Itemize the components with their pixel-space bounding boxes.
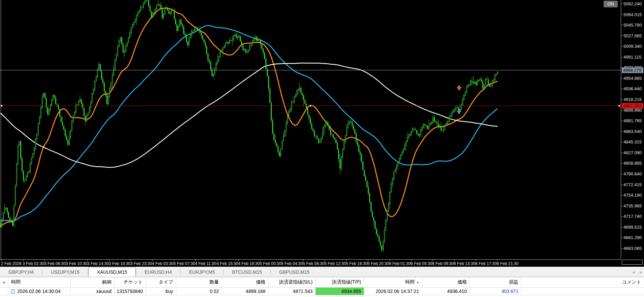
time-tick [260, 260, 260, 261]
chart-area[interactable]: ON [0, 0, 621, 259]
column-header-4[interactable]: 数量 [176, 277, 222, 287]
terminal-window: ON 5082.2405064.0155045.7905027.5655009.… [0, 0, 644, 297]
red-line-handle[interactable] [618, 105, 620, 107]
time-tick-label: 4 Feb 11:30 [195, 261, 216, 266]
price-tick-label: 4790.640 [623, 171, 642, 176]
column-header-7[interactable]: 決済指値(T/P) [315, 277, 364, 287]
tab-gbpjpy-h4[interactable]: GBPJPY,H4 [0, 267, 42, 277]
cell-close_time: 2026.02.06 14:37:21 [364, 288, 422, 295]
price-tick-label: 4772.415 [623, 182, 642, 187]
time-tick-label: 4 Feb 07:30 [173, 261, 195, 266]
close-icon[interactable]: × [3, 280, 6, 285]
time-axis[interactable]: 2 Feb 20263 Feb 02:303 Feb 06:303 Feb 10… [0, 259, 621, 267]
time-tick [152, 260, 153, 261]
price-tick-label: 4845.315 [623, 139, 642, 144]
price-tick [621, 14, 622, 15]
column-header-label: コメント [622, 279, 641, 285]
time-tick [44, 260, 45, 261]
cell-tp-value: 4934.955 [342, 289, 361, 294]
price-tick [621, 142, 622, 142]
column-header-1[interactable]: 銘柄 [70, 277, 114, 287]
table-row[interactable]: 2026.02.06 14:30:04xauusd1315793840buy0.… [0, 287, 644, 295]
chart-left-border [1, 0, 1, 259]
tab-eurusd-h4[interactable]: EURUSD,H4 [136, 267, 180, 277]
time-tick [346, 260, 347, 261]
tab-xauusd-m15[interactable]: XAUUSD,M15 [88, 267, 136, 277]
column-header-10[interactable]: 損益 [470, 277, 521, 287]
price-axis[interactable]: 5082.2405064.0155045.7905027.5655009.340… [621, 0, 644, 259]
price-tick-label: 4991.115 [623, 55, 641, 60]
tab-btcusd-m15[interactable]: BTCUSD,M15 [224, 267, 270, 277]
time-tick-label: 5 Feb 08:30 [303, 261, 324, 266]
time-tick [174, 260, 174, 261]
column-header-5[interactable]: 価格 [222, 277, 268, 287]
time-tick-label: 6 Feb 17:30 [475, 261, 497, 266]
fast-ma-line [1, 8, 498, 225]
tab-scroll-left-icon[interactable]: ◂ [633, 270, 635, 274]
column-header-3[interactable]: タイプ [146, 277, 176, 287]
tab-gbpusd-m15[interactable]: GBPUSD,M15 [271, 267, 318, 277]
column-header-label: 価格 [457, 279, 467, 285]
cell-close_price-value: 4936.410 [447, 289, 467, 294]
cell-close_time-value: 2026.02.06 14:37:21 [376, 289, 419, 294]
time-tick-label: 4 Feb 03:30 [152, 261, 173, 266]
time-tick [131, 260, 131, 261]
column-header-label: 数量 [210, 279, 219, 285]
price-tick-label: 4681.290 [623, 235, 642, 240]
price-tick [621, 46, 622, 46]
time-tick-label: 5 Feb 16:30 [346, 261, 367, 266]
column-header-0[interactable]: 時間 [8, 277, 70, 287]
time-tick [217, 260, 217, 261]
time-tick-label: 5 Feb 12:30 [324, 261, 346, 266]
time-tick [238, 260, 239, 261]
price-tick-label: 5009.340 [623, 44, 642, 49]
price-tick-label: 4808.865 [623, 161, 642, 166]
red-line-handle[interactable] [310, 105, 311, 107]
price-tick [621, 36, 622, 36]
price-tick-label: 5045.790 [623, 23, 642, 28]
time-tick [1, 260, 2, 261]
mid-ma-line [1, 26, 498, 221]
price-tick-label: 4735.965 [623, 203, 642, 208]
price-tick [621, 237, 622, 238]
time-tick [109, 260, 109, 261]
time-tick [476, 260, 476, 261]
position-close-arrow[interactable] [457, 86, 461, 91]
price-tick-label: 5027.565 [623, 33, 642, 38]
tab-scroll-right-icon[interactable]: ▸ [640, 270, 642, 274]
time-tick-label: 6 Feb 13:30 [454, 261, 475, 266]
column-header-label: 価格 [256, 279, 265, 285]
row-spacer [0, 288, 8, 295]
column-header-11[interactable]: コメント [521, 277, 644, 287]
time-tick-label: 2 Feb 2026 [1, 261, 22, 266]
time-tick-label: 6 Feb 01:30 [389, 261, 411, 266]
column-header-9[interactable]: 価格 [422, 277, 470, 287]
time-tick [432, 260, 433, 261]
chart-tab-bar: GBPJPY,H4USDJPY,M15XAUUSD,M15EURUSD,H4EU… [0, 267, 644, 277]
time-tick [23, 260, 23, 261]
tab-usdjpy-m15[interactable]: USDJPY,M15 [42, 267, 88, 277]
time-tick [195, 260, 196, 261]
time-tick-label: 3 Feb 06:30 [44, 261, 66, 266]
column-header-6[interactable]: 決済逆指値(S/L) [268, 277, 315, 287]
tab-eurjpy-m5[interactable]: EURJPY,M5 [181, 267, 223, 277]
column-header-8[interactable]: 時間▲ [364, 277, 422, 287]
cell-symbol-value: xauusd [96, 289, 111, 294]
price-tick [621, 195, 622, 195]
cell-volume-value: 0.52 [210, 289, 219, 294]
buy-open-arrow[interactable] [457, 109, 461, 113]
cell-open_price: 4899.168 [222, 288, 268, 295]
price-tick [621, 216, 622, 217]
column-header-2[interactable]: チケット [114, 277, 146, 287]
column-header-label: 時間 [405, 279, 415, 285]
candlestick-chart[interactable] [0, 0, 621, 259]
cell-sl-value: 4871.543 [293, 289, 313, 294]
tab-nav: ◂ ▸ [633, 267, 642, 277]
time-tick-label: 3 Feb 10:30 [66, 261, 87, 266]
cell-open_price-value: 4899.168 [246, 289, 265, 294]
price-tick [621, 78, 622, 78]
cell-volume: 0.52 [176, 288, 222, 295]
time-tick [389, 260, 390, 261]
indicator-on-button[interactable]: ON [604, 1, 618, 7]
time-tick-label: 3 Feb 23:30 [130, 261, 152, 266]
